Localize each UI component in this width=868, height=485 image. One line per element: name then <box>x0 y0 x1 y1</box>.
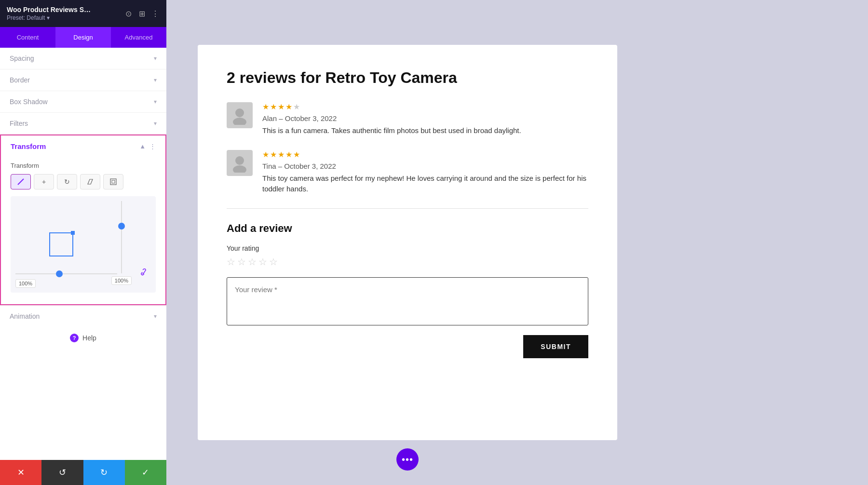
tool-add-btn[interactable]: + <box>34 174 54 189</box>
reviewer-name-1: Alan – October 3, 2022 <box>262 114 588 122</box>
main-area: 2 reviews for Retro Toy Camera ★ ★ ★ ★ ★ <box>166 0 649 485</box>
rating-star-2[interactable]: ☆ <box>237 256 246 268</box>
cancel-button[interactable]: ✕ <box>0 460 41 485</box>
animation-label: Animation <box>10 312 40 320</box>
svg-point-3 <box>235 108 244 117</box>
rating-star-1[interactable]: ☆ <box>227 256 235 268</box>
grid-icon[interactable]: ⊞ <box>137 9 146 18</box>
undo-icon: ↺ <box>59 467 66 478</box>
tab-advanced[interactable]: Advanced <box>111 27 166 48</box>
review-textarea[interactable] <box>227 277 588 325</box>
star-2-1: ★ <box>262 150 269 159</box>
help-label: Help <box>82 334 96 342</box>
review-text-2: This toy camera was perfect for my nephe… <box>262 173 588 195</box>
submit-button[interactable]: SUBMIT <box>523 335 588 358</box>
review-item-1: ★ ★ ★ ★ ★ Alan – October 3, 2022 This is… <box>227 102 588 136</box>
save-button[interactable]: ✓ <box>125 460 166 485</box>
preset-chevron-icon: ▾ <box>47 14 50 21</box>
rating-star-3[interactable]: ☆ <box>248 256 257 268</box>
tool-move-btn[interactable] <box>11 174 31 189</box>
tab-content[interactable]: Content <box>0 27 55 48</box>
filters-section[interactable]: Filters ▾ <box>0 113 166 135</box>
preview-canvas: 2 reviews for Retro Toy Camera ★ ★ ★ ★ ★ <box>198 45 617 440</box>
transform-section: Transform ▲ ⋮ Transform + <box>0 135 166 305</box>
spacing-section[interactable]: Spacing ▾ <box>0 48 166 69</box>
avatar-1 <box>227 102 253 128</box>
cancel-icon: ✕ <box>17 467 25 478</box>
panel-footer: ✕ ↺ ↻ ✓ <box>0 460 166 485</box>
svg-rect-2 <box>112 180 115 183</box>
transform-title: Transform <box>11 142 46 150</box>
add-review-title: Add a review <box>227 222 588 235</box>
panel-header-info: Woo Product Reviews Setti... Preset: Def… <box>7 6 94 21</box>
rating-star-5[interactable]: ☆ <box>269 256 278 268</box>
box-shadow-section[interactable]: Box Shadow ▾ <box>0 91 166 113</box>
svg-point-4 <box>233 118 246 125</box>
star-2-4: ★ <box>285 150 292 159</box>
settings-icon[interactable]: ⊙ <box>124 9 133 18</box>
stars-2: ★ ★ ★ ★ ★ <box>262 150 588 159</box>
transform-header-icons: ▲ ⋮ <box>139 143 156 150</box>
v-slider-track[interactable] <box>121 201 122 273</box>
transform-tools: + ↻ <box>11 174 156 189</box>
link-icon[interactable] <box>139 269 148 279</box>
review-content-1: ★ ★ ★ ★ ★ Alan – October 3, 2022 This is… <box>262 102 588 136</box>
more-icon[interactable]: ⋮ <box>151 9 160 18</box>
transform-body: Transform + ↻ <box>1 157 165 304</box>
dash-2: – <box>278 162 285 170</box>
animation-section[interactable]: Animation ▾ <box>0 305 166 327</box>
panel-header: Woo Product Reviews Setti... Preset: Def… <box>0 0 166 27</box>
animation-chevron-icon: ▾ <box>154 313 157 320</box>
tab-design[interactable]: Design <box>55 27 111 48</box>
v-slider-thumb[interactable] <box>118 223 125 229</box>
panel-header-icons: ⊙ ⊞ ⋮ <box>124 9 160 18</box>
right-gutter <box>649 0 868 485</box>
reviewer-name-2: Tina – October 3, 2022 <box>262 162 588 170</box>
dash-1: – <box>279 114 285 122</box>
h-slider-label: 100% <box>15 279 36 288</box>
tabs-bar: Content Design Advanced <box>0 27 166 48</box>
star-2-5: ★ <box>293 150 300 159</box>
h-slider-thumb[interactable] <box>56 270 63 277</box>
help-icon: ? <box>70 334 79 342</box>
name-text-2: Tina <box>262 162 276 170</box>
svg-point-6 <box>233 165 246 173</box>
avatar-2 <box>227 150 253 176</box>
tool-skew-btn[interactable] <box>80 174 100 189</box>
transform-box[interactable] <box>49 232 73 256</box>
border-label: Border <box>10 76 30 84</box>
submit-row: SUBMIT <box>227 335 588 358</box>
rating-star-4[interactable]: ☆ <box>258 256 267 268</box>
h-slider-track[interactable] <box>15 273 117 274</box>
plus-icon: + <box>42 178 46 186</box>
transform-more-icon[interactable]: ⋮ <box>149 143 156 150</box>
tool-rotate-btn[interactable]: ↻ <box>57 174 77 189</box>
star-1-2: ★ <box>270 102 277 111</box>
svg-point-5 <box>235 156 244 165</box>
box-shadow-chevron-icon: ▾ <box>154 98 157 105</box>
rating-label: Your rating <box>227 244 588 252</box>
star-1-5: ★ <box>293 102 300 111</box>
fab-button[interactable]: ••• <box>396 448 419 471</box>
star-2-3: ★ <box>278 150 285 159</box>
transform-header[interactable]: Transform ▲ ⋮ <box>1 135 165 157</box>
help-row[interactable]: ? Help <box>0 327 166 349</box>
spacing-chevron-icon: ▾ <box>154 55 157 62</box>
border-chevron-icon: ▾ <box>154 77 157 83</box>
undo-button[interactable]: ↺ <box>41 460 83 485</box>
stars-1: ★ ★ ★ ★ ★ <box>262 102 588 111</box>
preset-text: Preset: Default <box>7 14 45 21</box>
tool-scale-btn[interactable] <box>103 174 123 189</box>
transform-box-handle[interactable] <box>71 231 75 235</box>
save-icon: ✓ <box>142 467 149 478</box>
fab-dots-icon: ••• <box>402 454 413 465</box>
border-section[interactable]: Border ▾ <box>0 69 166 91</box>
star-1-3: ★ <box>278 102 285 111</box>
star-1-4: ★ <box>285 102 292 111</box>
transform-visual: 100% 100% <box>11 196 156 293</box>
transform-collapse-icon[interactable]: ▲ <box>139 143 146 150</box>
panel-title: Woo Product Reviews Setti... <box>7 6 94 13</box>
date-text-1: October 3, 2022 <box>285 114 337 122</box>
preset-label[interactable]: Preset: Default ▾ <box>7 14 94 21</box>
redo-button[interactable]: ↻ <box>83 460 125 485</box>
